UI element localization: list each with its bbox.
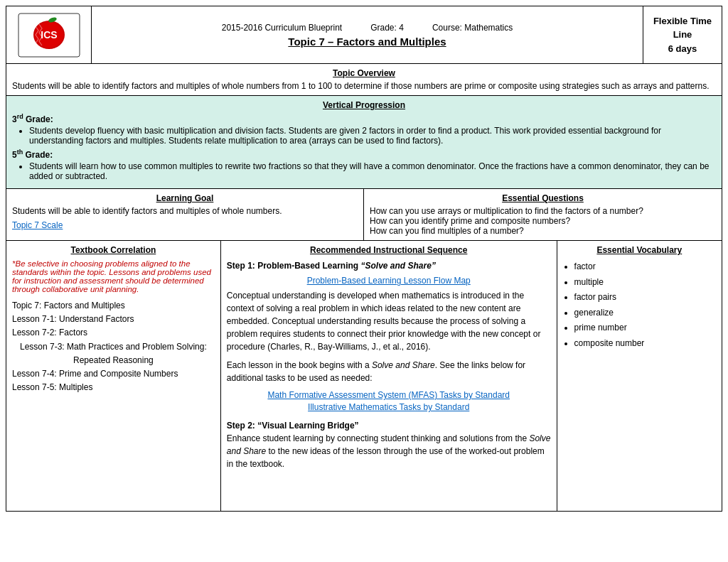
flexible-time-cell: Flexible Time Line 6 days: [643, 6, 722, 63]
ics-logo: ICS: [17, 12, 81, 58]
learning-goal-title: Learning Goal: [12, 193, 358, 203]
lg-eq-section: Learning Goal Students will be able to i…: [6, 189, 722, 241]
lesson-item-2: Lesson 7-2: Factors: [12, 326, 215, 340]
topic-scale-link[interactable]: Topic 7 Scale: [12, 220, 358, 230]
ris-step1-part2: Each lesson in the book begins with a So…: [227, 359, 551, 384]
topic-overview-section: Topic Overview Students will be able to …: [6, 64, 722, 96]
textbook-correlation-title: Textbook Correlation: [12, 245, 215, 255]
ris-step1: Step 1: Problem-Based Learning “Solve an…: [227, 259, 551, 353]
ris-illustrative-link[interactable]: Illustrative Mathematics Tasks by Standa…: [227, 402, 551, 412]
ris-step1-text: Conceptual understanding is developed wh…: [227, 291, 541, 352]
essential-vocabulary-cell: Essential Vocabulary factor multiple fac…: [557, 241, 722, 511]
page-wrapper: ICS 2015-2016 Curriculum Blueprint Grade…: [0, 0, 728, 517]
eq-q3: How can you find multiples of a number?: [370, 226, 716, 236]
svg-text:ICS: ICS: [41, 29, 57, 40]
ris-mfas-link[interactable]: Math Formative Assessment System (MFAS) …: [227, 390, 551, 400]
vocab-item-0: factor: [574, 259, 716, 275]
grade5-bullet: Students will learn how to use common mu…: [29, 161, 716, 181]
eq-q2: How can you identify prime and composite…: [370, 216, 716, 226]
ris-step2: Step 2: “Visual Learning Bridge” Enhance…: [227, 419, 551, 470]
grade-info: Grade: 4: [370, 23, 404, 33]
lesson-item-3: Lesson 7-3: Math Practices and Problem S…: [12, 340, 215, 367]
course-info: Course: Mathematics: [432, 23, 513, 33]
grade5-label: 5th Grade:: [12, 148, 716, 160]
essential-questions-cell: Essential Questions How can you use arra…: [364, 189, 722, 240]
flexible-time-label: Flexible Time Line: [646, 14, 719, 42]
vocab-item-2: factor pairs: [574, 290, 716, 306]
curriculum-label: 2015-2016 Curriculum Blueprint: [222, 23, 342, 33]
vertical-progression-section: Vertical Progression 3rd Grade: Students…: [6, 96, 722, 189]
lesson-item-1: Lesson 7-1: Understand Factors: [12, 313, 215, 326]
header-row: ICS 2015-2016 Curriculum Blueprint Grade…: [6, 6, 722, 64]
main-content: Topic Overview Students will be able to …: [6, 64, 722, 512]
grade3-content: Students develop fluency with basic mult…: [29, 126, 716, 146]
eq-q1: How can you use arrays or multiplication…: [370, 206, 716, 216]
ris-step1-link[interactable]: Problem-Based Learning Lesson Flow Map: [227, 274, 551, 287]
vocab-item-3: generalize: [574, 306, 716, 321]
ris-step2-label: Step 2: “Visual Learning Bridge”: [227, 421, 359, 431]
days-label: 6 days: [668, 42, 697, 56]
ris-step2-text: Enhance student learning by connecting s…: [227, 433, 551, 469]
topic-overview-title: Topic Overview: [12, 68, 716, 78]
ris-step1-label: Step 1: Problem-Based Learning “Solve an…: [227, 261, 436, 271]
lesson-item-5: Lesson 7-5: Multiples: [12, 381, 215, 394]
textbook-correlation-note: *Be selective in choosing problems align…: [12, 259, 215, 293]
topic-title: Topic 7 – Factors and Multiples: [288, 36, 446, 48]
logo-cell: ICS: [6, 6, 92, 63]
vocabulary-list: factor multiple factor pairs generalize …: [574, 259, 716, 352]
lesson-item-0: Topic 7: Factors and Multiples: [12, 299, 215, 313]
header-center: 2015-2016 Curriculum Blueprint Grade: 4 …: [92, 6, 643, 63]
recommended-instructional-sequence-cell: Recommended Instructional Sequence Step …: [221, 241, 557, 511]
essential-vocabulary-title: Essential Vocabulary: [563, 245, 716, 255]
essential-questions-title: Essential Questions: [370, 193, 716, 203]
grade3-label: 3rd Grade:: [12, 113, 716, 124]
learning-goal-text: Students will be able to identify factor…: [12, 206, 358, 216]
grade3-bullet: Students develop fluency with basic mult…: [29, 126, 716, 146]
vp-title: Vertical Progression: [12, 100, 716, 110]
ris-step1-text2: Each lesson in the book begins with a So…: [227, 360, 525, 383]
vocab-item-4: prime number: [574, 320, 716, 336]
vocab-item-5: composite number: [574, 336, 716, 352]
vocab-item-1: multiple: [574, 275, 716, 291]
lesson-item-4: Lesson 7-4: Prime and Composite Numbers: [12, 367, 215, 381]
bottom-section: Textbook Correlation *Be selective in ch…: [6, 241, 722, 511]
grade5-content: Students will learn how to use common mu…: [29, 161, 716, 181]
topic-overview-text: Students will be able to identify factor…: [12, 81, 716, 91]
learning-goal-cell: Learning Goal Students will be able to i…: [6, 189, 364, 240]
textbook-lessons: Topic 7: Factors and Multiples Lesson 7-…: [12, 299, 215, 394]
textbook-correlation-cell: Textbook Correlation *Be selective in ch…: [6, 241, 221, 511]
ris-title: Recommended Instructional Sequence: [227, 245, 551, 255]
header-meta: 2015-2016 Curriculum Blueprint Grade: 4 …: [222, 23, 513, 33]
